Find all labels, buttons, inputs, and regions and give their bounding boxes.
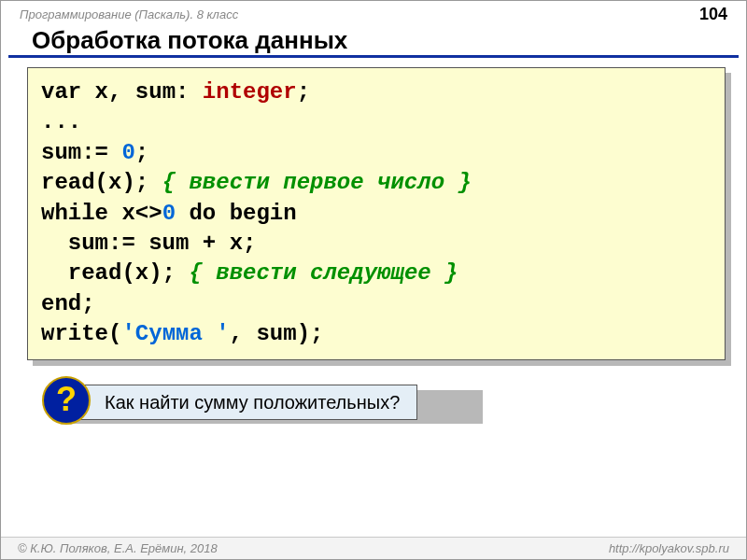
question-box: ? Как найти сумму положительных? [66,385,417,420]
code-text: x<> [108,201,162,226]
code-block: var x, sum: integer; ... sum:= 0; read(x… [27,67,726,360]
breadcrumb: Программирование (Паскаль). 8 класс [20,7,238,21]
code-text: end [41,291,81,316]
code-text: x, sum: [81,79,203,105]
code-text: , sum); [230,321,324,346]
copyright: © К.Ю. Поляков, Е.А. Ерёмин, 2018 [18,541,218,555]
slide-header: Программирование (Паскаль). 8 класс 104 [1,1,746,24]
code-text: sum:= sum + x; [41,231,256,256]
question-text: Как найти сумму положительных? [105,392,400,413]
code-text: 'Сумма ' [121,321,229,346]
code-text: ; [297,79,310,105]
slide-footer: © К.Ю. Поляков, Е.А. Ерёмин, 2018 http:/… [1,537,746,559]
code-text: ... [41,109,81,134]
code-comment: { ввести следующее } [189,260,458,286]
footer-url: http://kpolyakov.spb.ru [609,541,729,555]
code-text: while [41,201,108,226]
slide-title: Обработка потока данных [8,24,739,58]
code-text: read(x); [41,170,162,195]
slide: Программирование (Паскаль). 8 класс 104 … [0,0,747,560]
code-text: 0 [162,201,176,226]
code-text: 0 [121,140,134,165]
code-text: sum:= [41,140,121,165]
code-text: write( [41,321,121,346]
code-text: var [41,79,81,105]
code-text: ; [81,291,94,316]
question-mark-icon: ? [42,376,91,425]
code-text: read(x); [41,260,189,286]
code-text: ; [135,140,148,165]
page-number: 104 [699,5,727,24]
code-text: integer [203,79,297,105]
code-comment: { ввести первое число } [162,170,472,195]
code-box: var x, sum: integer; ... sum:= 0; read(x… [27,67,726,360]
code-text [176,201,189,226]
code-text: do begin [189,201,296,226]
question-area: ? Как найти сумму положительных? [66,385,746,420]
